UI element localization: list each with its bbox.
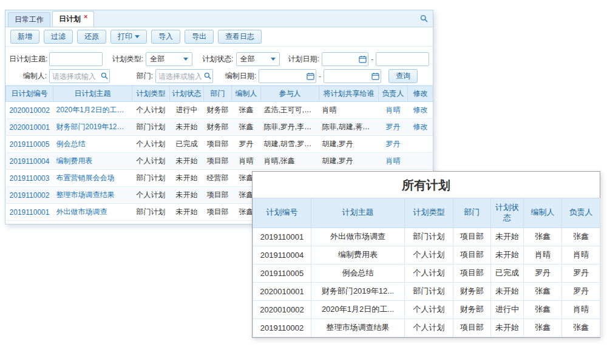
table-cell: 未开始 [170,170,204,187]
table-cell: 肖晴 [562,300,600,318]
date-range-separator: - [319,72,321,81]
table-cell[interactable]: 编制费用表 [53,153,132,170]
view-log-button[interactable]: 查看日志 [218,30,262,44]
filter-button[interactable]: 过滤 [44,30,73,44]
table-cell: 张鑫 [232,102,261,119]
table-cell[interactable]: 财务部门2019年12月的... [53,119,132,136]
table-cell: 未开始 [170,119,204,136]
restore-button[interactable]: 还原 [77,30,106,44]
table-cell: 财务部 [204,119,232,136]
column-header[interactable]: 修改 [408,86,433,102]
column-header[interactable]: 部门 [204,86,232,102]
table-cell[interactable]: 2019110002 [6,187,53,204]
all-plans-panel: 所有计划 计划编号计划主题计划类型部门计划状态编制人负责人 2019110001… [252,171,600,338]
column-header: 计划类型 [405,198,453,228]
query-button[interactable]: 查询 [388,69,418,83]
table-cell[interactable]: 2019110001 [6,204,53,221]
table-cell[interactable]: 肖晴 [379,102,408,119]
calendar-icon[interactable] [359,55,367,65]
type-label: 计划类型: [112,54,143,64]
table-cell: 张鑫 [562,318,600,337]
subject-input[interactable] [49,52,103,66]
table-cell: 项目部 [453,318,491,337]
table-cell: 项目部 [204,187,232,204]
plan-date-to-input[interactable] [376,52,429,66]
type-select[interactable]: 全部 [146,52,192,66]
table-cell[interactable]: 外出做市场调查 [53,204,132,221]
column-header[interactable]: 参与人 [261,86,319,102]
toolbar: 新增 过滤 还原 打印 导入 导出 查看日志 [5,27,433,47]
table-cell[interactable]: 肖晴 [379,153,408,170]
export-button[interactable]: 导出 [185,30,214,44]
column-header[interactable]: 计划状态 [170,86,204,102]
table-cell[interactable]: 2020010002 [6,102,53,119]
table-cell: 肖晴 [562,246,600,264]
table-cell[interactable]: 修改 [408,119,433,136]
filter-panel: 日计划主题: 计划类型: 全部 计划状态: 全部 计划日期: - 编制人: [5,47,433,86]
table-cell: 2020010002 [253,300,311,318]
tab-daily-plan[interactable]: 日计划 × [52,11,94,27]
table-row[interactable]: 2019110005例会总结个人计划已完成项目部罗丹胡建,胡雪,罗丹,任晓...… [6,136,433,153]
table-cell[interactable]: 例会总结 [53,136,132,153]
table-cell[interactable]: 布置营销展会会场 [53,170,132,187]
table-cell: 经营部 [204,170,232,187]
tab-label: 日计划 [59,14,81,24]
search-icon[interactable] [101,72,108,81]
close-icon[interactable]: × [84,13,87,20]
table-cell: 罗丹 [524,264,562,282]
table-cell: 2019110002 [253,318,311,337]
table-cell: 张鑫 [562,228,600,246]
search-icon[interactable] [204,72,211,81]
table-cell[interactable]: 2019110005 [6,136,53,153]
table-cell: 胡建,罗丹 [319,153,379,170]
department-label: 部门: [120,71,153,81]
table-cell: 2019110004 [253,246,311,264]
table-cell[interactable]: 2019110004 [6,153,53,170]
calendar-icon[interactable] [371,72,379,82]
table-cell: 未开始 [170,187,204,204]
table-cell: 张鑫 [232,119,261,136]
table-cell: 部门计划 [132,204,170,221]
column-header[interactable]: 编制人 [232,86,261,102]
plan-date-label: 计划日期: [288,54,319,64]
table-row[interactable]: 2020010001财务部门2019年12月的...部门计划未开始财务部张鑫陈菲… [6,119,433,136]
table-row: 2020010001财务部门2019年12...部门计划财务部未开始张鑫罗丹 [253,282,600,300]
table-cell: 肖晴,张鑫 [261,153,319,170]
import-button[interactable]: 导入 [151,30,180,44]
search-icon[interactable] [420,15,428,24]
table-cell: 张鑫 [524,300,562,318]
column-header[interactable]: 将计划共享给谁 [319,86,379,102]
table-cell: 已完成 [491,264,524,282]
add-button[interactable]: 新增 [10,30,39,44]
column-header: 负责人 [562,198,600,228]
table-cell: 部门计划 [132,119,170,136]
tab-daily-work[interactable]: 日常工作 [8,12,50,27]
table-cell: 罗丹 [562,264,600,282]
column-header[interactable]: 计划类型 [132,86,170,102]
table-cell: 胡建,胡雪,罗丹,任晓... [261,136,319,153]
table-cell: 项目部 [204,204,232,221]
table-row[interactable]: 20200100022020年1月2日的工作日...个人计划进行中财务部张鑫孟浩… [6,102,433,119]
table-cell[interactable]: 整理市场调查结果 [53,187,132,204]
column-header[interactable]: 日计划编号 [6,86,53,102]
chevron-down-icon [271,58,276,61]
table-row: 2019110004编制费用表个人计划项目部未开始肖晴肖晴 [253,246,600,264]
table-cell: 项目部 [204,136,232,153]
column-header[interactable]: 负责人 [379,86,408,102]
status-select[interactable]: 全部 [236,52,280,66]
table-cell[interactable]: 罗丹 [379,119,408,136]
calendar-icon[interactable] [307,72,314,82]
print-button[interactable]: 打印 [110,30,147,44]
table-cell[interactable]: 修改 [408,102,433,119]
table-row[interactable]: 2019110004编制费用表个人计划未开始项目部肖晴肖晴,张鑫胡建,罗丹肖晴 [6,153,433,170]
table-cell[interactable]: 2019110003 [6,170,53,187]
column-header: 计划状态 [491,198,524,228]
column-header[interactable]: 日计划主题 [53,86,132,102]
table-cell: 整理市场调查结果 [311,318,405,337]
select-value: 全部 [150,54,164,64]
table-cell[interactable]: 2020年1月2日的工作日... [53,102,132,119]
table-cell[interactable]: 2020010001 [6,119,53,136]
table-cell: 陈菲,罗丹,李若若,罗... [261,119,319,136]
table-cell[interactable]: 罗丹 [379,136,408,153]
table-cell: 罗丹 [232,136,261,153]
